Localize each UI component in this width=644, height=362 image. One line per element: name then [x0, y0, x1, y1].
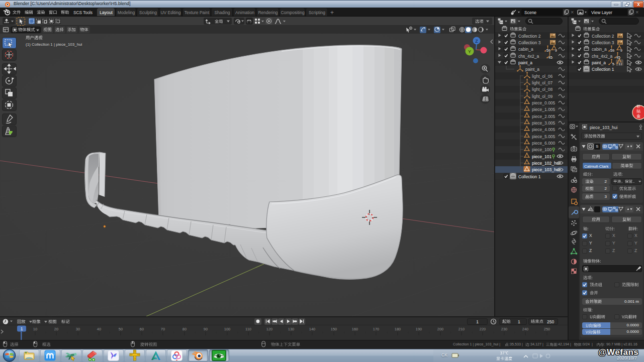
svg-text:230: 230 — [501, 327, 508, 331]
svg-text:50: 50 — [119, 327, 123, 331]
svg-text:140: 140 — [309, 327, 316, 331]
svg-text:chs_4x2_a: chs_4x2_a — [518, 54, 539, 59]
svg-text:9: 9 — [555, 48, 557, 53]
svg-text:220: 220 — [480, 327, 486, 331]
svg-text:Collection 1: Collection 1 — [592, 67, 614, 72]
svg-text:70: 70 — [161, 327, 165, 331]
svg-text:cabin_a: cabin_a — [592, 47, 607, 52]
svg-text:100: 100 — [224, 327, 231, 331]
svg-text:40: 40 — [97, 327, 101, 331]
svg-text:80: 80 — [182, 327, 187, 331]
svg-text:Collection 3: Collection 3 — [592, 40, 614, 45]
svg-text:light_ol_08: light_ol_08 — [532, 87, 553, 92]
svg-text:light_ol_07: light_ol_07 — [532, 80, 553, 85]
svg-text:paint_a: paint_a — [592, 60, 606, 65]
svg-text:cabin_a: cabin_a — [518, 47, 533, 52]
svg-text:210: 210 — [458, 327, 465, 331]
svg-text:59: 59 — [546, 48, 550, 53]
svg-text:180: 180 — [395, 327, 401, 331]
svg-text:piece_5.005: piece_5.005 — [532, 134, 556, 139]
svg-text:piece_4.005: piece_4.005 — [532, 127, 556, 132]
svg-text:110: 110 — [245, 327, 251, 331]
svg-text:light_ol_06: light_ol_06 — [532, 74, 553, 79]
svg-text:piece_103_hui: piece_103_hui — [532, 167, 560, 172]
svg-text:120: 120 — [266, 327, 273, 331]
svg-text:250: 250 — [544, 327, 550, 331]
svg-text:paint_a: paint_a — [518, 60, 532, 65]
svg-text:light_ol_09: light_ol_09 — [532, 94, 553, 99]
svg-text:20: 20 — [54, 327, 58, 331]
svg-text:9: 9 — [620, 48, 622, 53]
svg-text:Y: Y — [468, 49, 471, 54]
svg-text:Z: Z — [475, 39, 478, 44]
svg-text:piece_0.005: piece_0.005 — [532, 100, 556, 105]
svg-text:piece_102_hui: piece_102_hui — [532, 161, 560, 166]
svg-text:60: 60 — [140, 327, 144, 331]
svg-text:Collection 2: Collection 2 — [518, 34, 541, 39]
svg-text:10: 10 — [33, 327, 37, 331]
svg-text:Collection 2: Collection 2 — [592, 34, 614, 39]
svg-text:90: 90 — [204, 327, 208, 331]
svg-text:190: 190 — [416, 327, 422, 331]
svg-text:piece_1.005: piece_1.005 — [532, 107, 556, 112]
svg-text:1: 1 — [21, 326, 23, 331]
svg-text:45: 45 — [548, 55, 553, 60]
svg-text:150: 150 — [331, 327, 337, 331]
svg-text:piece_100: piece_100 — [532, 147, 552, 152]
svg-text:piece_101: piece_101 — [532, 154, 552, 159]
svg-text:5: 5 — [612, 62, 614, 66]
svg-text:160: 160 — [352, 327, 358, 331]
svg-text:200: 200 — [437, 327, 444, 331]
svg-text:piece_2.005: piece_2.005 — [532, 114, 556, 119]
svg-text:piece_6.000: piece_6.000 — [532, 141, 556, 146]
svg-text:59: 59 — [610, 48, 614, 53]
svg-text:30: 30 — [76, 327, 80, 331]
svg-text:11: 11 — [618, 62, 622, 66]
svg-text:paint_a: paint_a — [525, 67, 539, 72]
svg-text:chs_4x2_a: chs_4x2_a — [592, 54, 612, 59]
svg-text:170: 170 — [373, 327, 380, 331]
svg-text:piece_3.005: piece_3.005 — [532, 120, 556, 126]
svg-text:Collection 3: Collection 3 — [518, 40, 541, 45]
svg-text:240: 240 — [522, 327, 529, 331]
svg-text:130: 130 — [288, 327, 295, 331]
svg-text:Collection 1: Collection 1 — [518, 174, 541, 179]
